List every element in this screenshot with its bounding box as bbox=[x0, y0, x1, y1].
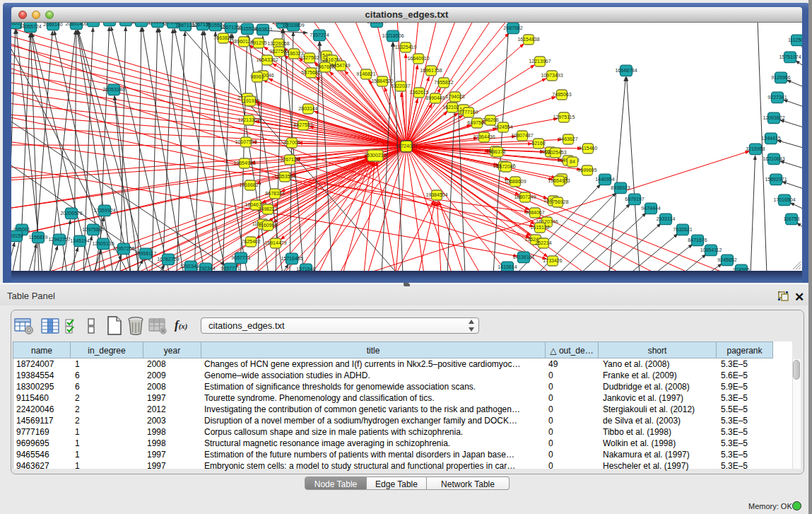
svg-text:21364436: 21364436 bbox=[473, 134, 495, 139]
svg-text:16543362: 16543362 bbox=[256, 57, 278, 62]
svg-text:14055724: 14055724 bbox=[19, 24, 41, 29]
svg-text:10807487: 10807487 bbox=[511, 133, 533, 138]
svg-text:7955812: 7955812 bbox=[434, 80, 453, 85]
svg-text:15716485: 15716485 bbox=[281, 256, 302, 261]
svg-text:8678334: 8678334 bbox=[265, 191, 284, 196]
svg-text:1156819: 1156819 bbox=[29, 235, 48, 240]
svg-text:1191919: 1191919 bbox=[241, 98, 260, 103]
svg-text:1292344: 1292344 bbox=[196, 266, 215, 271]
svg-text:10025453: 10025453 bbox=[544, 150, 566, 155]
svg-text:5875685: 5875685 bbox=[301, 70, 320, 75]
svg-text:39159: 39159 bbox=[11, 233, 23, 238]
svg-text:25300213: 25300213 bbox=[364, 153, 386, 158]
svg-text:9129966: 9129966 bbox=[771, 75, 790, 80]
svg-text:3215958: 3215958 bbox=[746, 146, 765, 151]
svg-text:8938923: 8938923 bbox=[611, 185, 630, 190]
svg-text:9245652: 9245652 bbox=[717, 257, 736, 262]
svg-text:2803144: 2803144 bbox=[298, 106, 317, 111]
svg-text:10218506: 10218506 bbox=[382, 33, 404, 38]
svg-text:84: 84 bbox=[570, 159, 575, 164]
svg-text:12975115: 12975115 bbox=[553, 115, 575, 119]
svg-text:15884520: 15884520 bbox=[371, 78, 393, 83]
svg-text:16914479: 16914479 bbox=[264, 240, 286, 245]
svg-text:9327502: 9327502 bbox=[300, 55, 319, 60]
svg-text:7485063: 7485063 bbox=[552, 92, 571, 97]
svg-text:417006: 417006 bbox=[283, 140, 300, 145]
svg-text:17016504: 17016504 bbox=[773, 197, 795, 202]
svg-text:8471676: 8471676 bbox=[688, 238, 707, 243]
svg-text:1615132: 1615132 bbox=[530, 225, 549, 230]
svg-text:12942757: 12942757 bbox=[48, 237, 70, 242]
svg-text:14136141: 14136141 bbox=[512, 255, 534, 259]
svg-text:9699695: 9699695 bbox=[577, 168, 596, 173]
svg-text:3498222: 3498222 bbox=[258, 206, 277, 211]
svg-text:19384554: 19384554 bbox=[425, 192, 447, 197]
svg-text:10975887: 10975887 bbox=[82, 227, 104, 232]
svg-text:19654923: 19654923 bbox=[548, 178, 570, 183]
svg-text:26053346: 26053346 bbox=[102, 87, 124, 92]
svg-text:6879197: 6879197 bbox=[625, 197, 644, 201]
svg-text:16782759: 16782759 bbox=[157, 257, 179, 262]
svg-text:1413614: 1413614 bbox=[498, 264, 517, 269]
svg-text:9115460: 9115460 bbox=[579, 146, 598, 151]
svg-text:1244415: 1244415 bbox=[761, 136, 780, 141]
svg-text:8813054: 8813054 bbox=[367, 23, 386, 24]
svg-text:7632621: 7632621 bbox=[673, 227, 692, 232]
svg-text:9657771: 9657771 bbox=[220, 266, 240, 271]
svg-text:3267130: 3267130 bbox=[280, 157, 299, 162]
svg-text:746266: 746266 bbox=[482, 117, 498, 122]
svg-text:12213967: 12213967 bbox=[529, 59, 551, 64]
svg-text:13226058: 13226058 bbox=[267, 41, 289, 46]
svg-text:5322037: 5322037 bbox=[391, 83, 410, 88]
svg-text:2069140: 2069140 bbox=[43, 23, 62, 27]
svg-text:7663822: 7663822 bbox=[213, 35, 233, 40]
svg-text:10958117: 10958117 bbox=[135, 251, 157, 256]
svg-text:1362615: 1362615 bbox=[409, 90, 428, 95]
svg-text:16640910: 16640910 bbox=[407, 56, 429, 61]
svg-text:1572040: 1572040 bbox=[496, 164, 515, 169]
svg-text:6794028: 6794028 bbox=[445, 94, 464, 99]
svg-text:15751074: 15751074 bbox=[779, 54, 801, 59]
svg-text:9474444: 9474444 bbox=[641, 206, 660, 211]
svg-text:19654983: 19654983 bbox=[233, 160, 255, 165]
svg-text:9084067: 9084067 bbox=[525, 210, 544, 215]
svg-text:15692971: 15692971 bbox=[765, 177, 787, 182]
svg-text:8990448: 8990448 bbox=[425, 95, 445, 100]
svg-text:7663821: 7663821 bbox=[253, 27, 272, 32]
svg-text:1160994: 1160994 bbox=[259, 223, 278, 228]
svg-text:2933114: 2933114 bbox=[657, 216, 676, 221]
svg-text:19166827: 19166827 bbox=[239, 182, 261, 187]
svg-text:3624554: 3624554 bbox=[493, 124, 512, 129]
svg-text:891295: 891295 bbox=[250, 40, 266, 45]
svg-text:2687682: 2687682 bbox=[503, 25, 522, 30]
svg-text:9463627: 9463627 bbox=[558, 136, 577, 141]
svg-text:8454749: 8454749 bbox=[331, 63, 350, 68]
svg-text:20206576: 20206576 bbox=[60, 211, 82, 216]
svg-text:12093872: 12093872 bbox=[763, 115, 784, 120]
svg-text:11353594: 11353594 bbox=[274, 174, 296, 179]
svg-text:9657771: 9657771 bbox=[231, 255, 250, 260]
svg-text:486372: 486372 bbox=[489, 149, 505, 154]
svg-text:10107553: 10107553 bbox=[235, 139, 257, 144]
svg-text:12505135: 12505135 bbox=[92, 241, 114, 246]
svg-text:10756928: 10756928 bbox=[546, 199, 568, 204]
svg-text:252214: 252214 bbox=[535, 240, 551, 245]
svg-text:10688609: 10688609 bbox=[504, 179, 526, 184]
svg-text:18807249: 18807249 bbox=[514, 194, 536, 199]
svg-text:924565: 924565 bbox=[733, 267, 749, 271]
svg-text:9227341: 9227341 bbox=[767, 95, 787, 100]
svg-text:9146821: 9146821 bbox=[356, 71, 375, 76]
svg-text:98961: 98961 bbox=[250, 74, 264, 79]
svg-text:16033809: 16033809 bbox=[282, 23, 304, 28]
svg-text:17957255: 17957255 bbox=[112, 246, 134, 251]
svg-text:9777169: 9777169 bbox=[459, 110, 478, 115]
svg-text:8427552: 8427552 bbox=[293, 122, 312, 127]
svg-text:11325419: 11325419 bbox=[395, 45, 417, 49]
svg-text:16961758: 16961758 bbox=[420, 68, 442, 73]
svg-text:1440954: 1440954 bbox=[595, 177, 614, 182]
svg-text:12213369: 12213369 bbox=[237, 117, 259, 122]
svg-text:62160: 62160 bbox=[531, 141, 546, 146]
svg-text:17359924: 17359924 bbox=[93, 208, 115, 213]
svg-text:18724007: 18724007 bbox=[395, 144, 417, 148]
svg-text:16210643: 16210643 bbox=[763, 156, 784, 161]
